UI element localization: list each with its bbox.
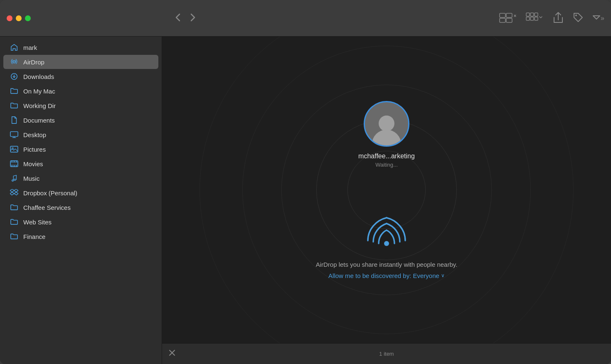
sidebar-item-web-sites[interactable]: Web Sites <box>3 215 158 229</box>
sidebar-item-working-dir[interactable]: Working Dir <box>3 98 158 113</box>
item-count: 1 item <box>379 351 394 357</box>
home-icon <box>10 43 18 52</box>
download-icon <box>10 72 18 81</box>
svg-rect-23 <box>14 165 15 167</box>
statusbar: 1 item <box>162 343 611 364</box>
sidebar-item-desktop[interactable]: Desktop <box>3 128 158 142</box>
maximize-button[interactable] <box>25 15 31 21</box>
sidebar-item-documents[interactable]: Documents <box>3 113 158 127</box>
content-area: mchaffee...arketing Waiting... <box>162 37 611 364</box>
svg-rect-4 <box>526 13 530 16</box>
sidebar-item-downloads[interactable]: Downloads <box>3 69 158 84</box>
titlebar: » <box>0 0 611 37</box>
svg-point-30 <box>384 241 389 246</box>
folder-icon-1 <box>10 87 18 95</box>
airdrop-discovery-dropdown[interactable]: Allow me to be discovered by: Everyone ∨ <box>328 272 445 279</box>
desktop-icon <box>10 130 18 139</box>
sidebar-item-movies[interactable]: Movies <box>3 157 158 171</box>
profile-status: Waiting... <box>375 162 398 168</box>
avatar <box>364 101 409 147</box>
profile-name: mchaffee...arketing <box>358 152 415 160</box>
folder-icon-5 <box>10 232 18 241</box>
main-content: mark AirDrop <box>0 37 611 364</box>
svg-point-10 <box>575 15 577 16</box>
minimize-button[interactable] <box>16 15 22 21</box>
avatar-body <box>372 130 401 146</box>
music-icon <box>10 174 18 182</box>
sidebar: mark AirDrop <box>0 37 162 364</box>
chevron-down-icon: ∨ <box>441 273 445 278</box>
sidebar-item-mark[interactable]: mark <box>3 40 158 54</box>
svg-rect-9 <box>535 17 538 20</box>
svg-rect-13 <box>10 132 18 137</box>
pictures-icon <box>10 145 18 153</box>
folder-icon-4 <box>10 218 18 226</box>
dropbox-icon <box>10 189 18 197</box>
svg-rect-24 <box>16 165 17 167</box>
sidebar-item-finance[interactable]: Finance <box>3 229 158 243</box>
back-button[interactable] <box>172 12 184 25</box>
airdrop-description: AirDrop lets you share instantly with pe… <box>316 261 458 268</box>
svg-rect-7 <box>526 17 530 20</box>
signal-icon <box>362 209 411 253</box>
svg-rect-3 <box>506 18 512 22</box>
svg-rect-21 <box>16 161 17 162</box>
group-by[interactable] <box>526 12 544 25</box>
svg-rect-0 <box>500 13 505 17</box>
view-toggle[interactable] <box>499 12 517 25</box>
airdrop-signal-section: AirDrop lets you share instantly with pe… <box>316 209 458 279</box>
svg-rect-1 <box>506 13 512 17</box>
tag-button[interactable] <box>572 12 584 25</box>
sidebar-item-music[interactable]: Music <box>3 171 158 185</box>
svg-rect-5 <box>530 13 534 16</box>
share-button[interactable] <box>552 12 564 25</box>
sidebar-item-dropbox[interactable]: Dropbox (Personal) <box>3 186 158 200</box>
finder-window: » mark <box>0 0 611 364</box>
forward-button[interactable] <box>187 12 199 25</box>
svg-point-28 <box>242 46 530 334</box>
svg-rect-8 <box>530 17 534 20</box>
svg-rect-20 <box>14 161 15 162</box>
airdrop-area: mchaffee...arketing Waiting... <box>162 37 611 343</box>
more-button[interactable]: » <box>592 12 604 25</box>
document-icon <box>10 116 18 124</box>
traffic-lights <box>7 15 31 21</box>
close-button[interactable] <box>7 15 12 21</box>
profile-section: mchaffee...arketing Waiting... <box>358 101 415 168</box>
folder-icon-3 <box>10 203 18 212</box>
svg-point-29 <box>200 37 573 343</box>
airdrop-icon <box>10 58 18 66</box>
avatar-head <box>379 116 394 131</box>
sidebar-item-on-my-mac[interactable]: On My Mac <box>3 84 158 98</box>
movies-icon <box>10 160 18 168</box>
sidebar-item-airdrop[interactable]: AirDrop <box>3 55 158 69</box>
svg-rect-6 <box>535 13 538 16</box>
sidebar-item-pictures[interactable]: Pictures <box>3 142 158 156</box>
toolbar-actions: » <box>499 12 604 25</box>
navigation-controls <box>172 12 199 25</box>
folder-icon-2 <box>10 101 18 110</box>
svg-rect-22 <box>12 165 12 167</box>
close-icon[interactable] <box>169 349 175 358</box>
svg-rect-2 <box>500 18 505 22</box>
svg-rect-19 <box>12 161 12 162</box>
sidebar-item-chaffee-services[interactable]: Chaffee Services <box>3 200 158 214</box>
